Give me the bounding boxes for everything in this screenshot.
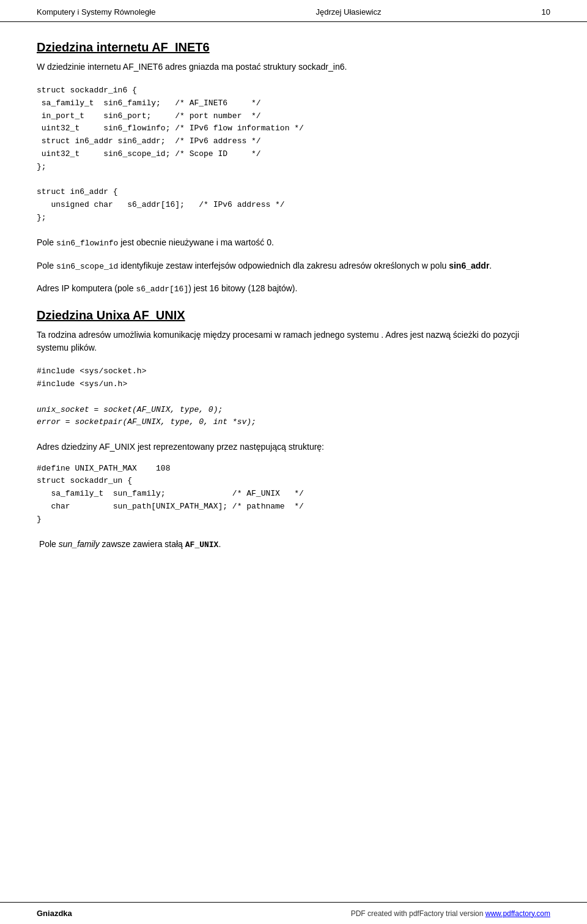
code-s6-addr: s6_addr[16] [136, 285, 188, 294]
para-scope-id: Pole sin6_scope_id identyfikuje zestaw i… [37, 259, 550, 274]
footer-pdf-info: PDF created with pdfFactory trial versio… [351, 909, 550, 918]
footer-pdf-text: PDF created with pdfFactory trial versio… [351, 909, 485, 918]
main-content: Dziedzina internetu AF_INET6 W dziedzini… [0, 22, 587, 572]
code-block-include: #include <sys/socket.h> #include <sys/un… [37, 365, 550, 429]
page-footer: Gniazdka PDF created with pdfFactory tri… [0, 902, 587, 924]
section-title-af-unix: Dziedzina Unixa AF_UNIX [37, 308, 550, 322]
page-header: Komputery i Systemy Równoległe Jędrzej U… [0, 0, 587, 22]
code-sin6-flowinfo: sin6_flowinfo [56, 239, 118, 248]
para-sun-family: Pole sun_family zawsze zawiera stałą AF_… [37, 537, 550, 552]
page-container: Komputery i Systemy Równoległe Jędrzej U… [0, 0, 587, 924]
bold-sin6-addr: sin6_addr [449, 261, 489, 270]
italic-sun-family: sun_family [59, 539, 100, 549]
para-ip-address: Adres IP komputera (pole s6_addr[16]) je… [37, 281, 550, 296]
section-af-unix: Dziedzina Unixa AF_UNIX Ta rodzina adres… [37, 308, 550, 551]
para-af-unix-struct-intro: Adres dziedziny AF_UNIX jest reprezentow… [37, 440, 550, 453]
section-subtitle-af-unix: Ta rodzina adresów umożliwia komunikację… [37, 329, 550, 354]
code-block-sockaddr-in6: struct sockaddr_in6 { sa_family_t sin6_f… [37, 84, 550, 225]
section-af-inet6: Dziedzina internetu AF_INET6 W dziedzini… [37, 40, 550, 296]
footer-pdf-link[interactable]: www.pdffactory.com [485, 909, 550, 918]
code-af-unix: AF_UNIX [185, 540, 219, 550]
code-block-sockaddr-un: #define UNIX_PATH_MAX 108 struct sockadd… [37, 463, 550, 526]
code-unix-socket: unix_socket = socket(AF_UNIX, type, 0); … [37, 405, 256, 427]
section-subtitle-af-inet6: W dziedzinie internetu AF_INET6 adres gn… [37, 61, 550, 73]
header-center: Jędrzej Ułasiewicz [316, 7, 381, 17]
header-left: Komputery i Systemy Równoległe [37, 7, 155, 17]
footer-section-label: Gniazdka [37, 909, 72, 918]
para-flowinfo: Pole sin6_flowinfo jest obecnie nieużywa… [37, 236, 550, 250]
header-page-number: 10 [542, 7, 550, 17]
section-title-af-inet6: Dziedzina internetu AF_INET6 [37, 40, 550, 54]
code-sin6-scope-id: sin6_scope_id [56, 262, 118, 271]
